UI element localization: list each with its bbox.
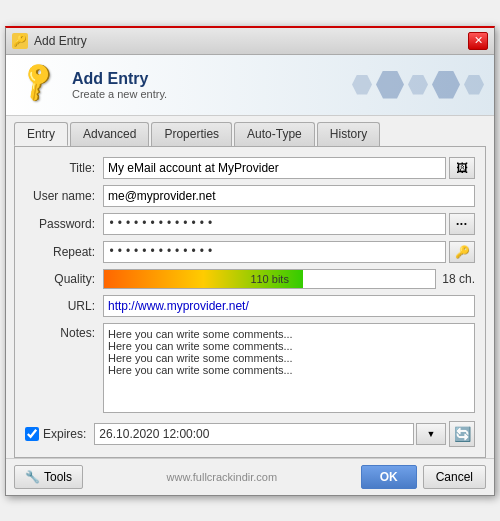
window-title: Add Entry — [34, 34, 468, 48]
quality-chars: 18 ch. — [442, 272, 475, 286]
title-row: Title: 🖼 — [25, 157, 475, 179]
header-text: Add Entry Create a new entry. — [72, 70, 167, 100]
expires-checkbox[interactable] — [25, 427, 39, 441]
tools-label: Tools — [44, 470, 72, 484]
notes-label: Notes: — [25, 323, 103, 340]
key-small-icon: 🔑 — [455, 245, 470, 259]
password-row: Password: ••• — [25, 213, 475, 235]
quality-bar: 110 bits — [103, 269, 436, 289]
header-title: Add Entry — [72, 70, 167, 88]
close-icon: ✕ — [474, 34, 483, 47]
tab-properties[interactable]: Properties — [151, 122, 232, 146]
header: 🔑 Add Entry Create a new entry. — [6, 55, 494, 116]
notes-textarea[interactable]: Here you can write some comments... Here… — [103, 323, 475, 413]
header-key-icon: 🔑 — [20, 65, 60, 105]
window-icon: 🔑 — [12, 33, 28, 49]
main-window: 🔑 Add Entry ✕ 🔑 Add Entry Create a new e… — [5, 26, 495, 496]
url-label: URL: — [25, 299, 103, 313]
quality-bits-text: 110 bits — [104, 270, 435, 288]
password-input[interactable] — [103, 213, 446, 235]
repeat-input[interactable] — [103, 241, 446, 263]
password-label: Password: — [25, 217, 103, 231]
hex-4 — [432, 71, 460, 99]
expires-input[interactable] — [94, 423, 414, 445]
tab-advanced[interactable]: Advanced — [70, 122, 149, 146]
tab-history[interactable]: History — [317, 122, 380, 146]
expires-label: Expires: — [43, 427, 86, 441]
watermark: www.fullcrackindir.com — [83, 471, 361, 483]
hex-3 — [408, 75, 428, 95]
username-label: User name: — [25, 189, 103, 203]
header-subtitle: Create a new entry. — [72, 88, 167, 100]
dots-icon: ••• — [456, 219, 467, 228]
title-icon-button[interactable]: 🖼 — [449, 157, 475, 179]
hex-5 — [464, 75, 484, 95]
titlebar: 🔑 Add Entry ✕ — [6, 28, 494, 55]
repeat-row: Repeat: 🔑 — [25, 241, 475, 263]
tools-icon: 🔧 — [25, 470, 40, 484]
tools-button[interactable]: 🔧 Tools — [14, 465, 83, 489]
expires-row: Expires: ▼ 🔄 — [25, 421, 475, 447]
image-icon: 🖼 — [456, 161, 468, 175]
password-options-button[interactable]: ••• — [449, 213, 475, 235]
expires-dropdown-button[interactable]: ▼ — [416, 423, 446, 445]
username-row: User name: — [25, 185, 475, 207]
chevron-down-icon: ▼ — [427, 429, 436, 439]
repeat-label: Repeat: — [25, 245, 103, 259]
content-area: Title: 🖼 User name: Password: ••• Repeat… — [14, 146, 486, 458]
username-input[interactable] — [103, 185, 475, 207]
tab-entry[interactable]: Entry — [14, 122, 68, 146]
repeat-icon-button[interactable]: 🔑 — [449, 241, 475, 263]
expires-calendar-button[interactable]: 🔄 — [449, 421, 475, 447]
title-input[interactable] — [103, 157, 446, 179]
title-label: Title: — [25, 161, 103, 175]
hex-2 — [376, 71, 404, 99]
ok-button[interactable]: OK — [361, 465, 417, 489]
notes-row: Notes: Here you can write some comments.… — [25, 323, 475, 413]
quality-label: Quality: — [25, 272, 103, 286]
tabs-bar: Entry Advanced Properties Auto-Type Hist… — [6, 116, 494, 146]
footer: 🔧 Tools www.fullcrackindir.com OK Cancel — [6, 458, 494, 495]
url-input[interactable] — [103, 295, 475, 317]
hex-1 — [352, 75, 372, 95]
cancel-button[interactable]: Cancel — [423, 465, 486, 489]
url-row: URL: — [25, 295, 475, 317]
hex-decoration — [352, 55, 484, 115]
refresh-icon: 🔄 — [454, 426, 471, 442]
tab-auto-type[interactable]: Auto-Type — [234, 122, 315, 146]
close-button[interactable]: ✕ — [468, 32, 488, 50]
quality-row: Quality: 110 bits 18 ch. — [25, 269, 475, 289]
